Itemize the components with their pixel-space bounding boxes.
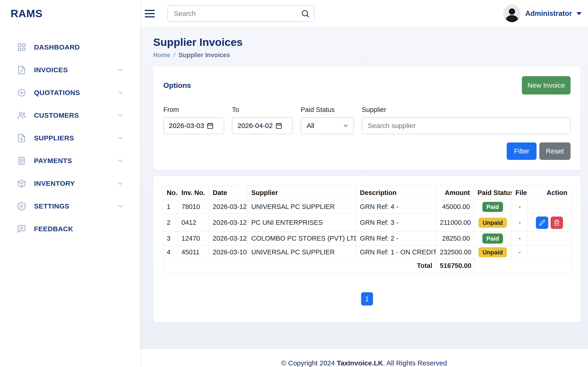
reset-button[interactable]: Reset xyxy=(539,142,571,160)
chevron-down-icon xyxy=(117,180,124,187)
column-header-file: File xyxy=(512,186,528,200)
sidebar-item-dashboard[interactable]: DASHBOARD xyxy=(0,36,140,58)
paid-status-value: All xyxy=(307,122,314,130)
table-row: 4450112026-03-10UNIVERSAL PC SUPPLIERGRN… xyxy=(163,245,571,259)
cell-date: 2026-03-12 xyxy=(209,200,248,214)
sidebar-item-feedback[interactable]: FEEDBACK xyxy=(0,217,140,240)
cell-no: 2 xyxy=(163,214,178,232)
grid-icon xyxy=(17,43,26,52)
from-date-field: From 2026-03-03 xyxy=(163,106,224,134)
page-1-button[interactable]: 1 xyxy=(361,292,373,306)
footer-copyright: © Copyright 2024 xyxy=(281,359,337,367)
user-name: Administrator xyxy=(525,9,572,18)
table-row: 1780102026-03-12UNIVERSAL PC SUPPLIERGRN… xyxy=(163,200,571,214)
sidebar-item-label: PAYMENTS xyxy=(34,157,117,165)
page-title: Supplier Invoices xyxy=(153,36,581,48)
cell-action xyxy=(528,200,571,214)
avatar xyxy=(503,5,521,22)
app-logo[interactable]: RAMS xyxy=(10,7,43,20)
hamburger-menu-icon[interactable] xyxy=(145,8,155,19)
calendar-icon[interactable] xyxy=(275,122,282,129)
total-empty-cell xyxy=(474,259,571,273)
cell-description: GRN Ref: 4 - xyxy=(356,200,436,214)
logo-area: RAMS xyxy=(0,0,140,27)
sidebar-item-invoices[interactable]: INVOICES xyxy=(0,58,140,81)
breadcrumb-separator: / xyxy=(174,52,175,59)
paid-status-select[interactable]: All xyxy=(301,117,354,134)
sidebar-item-customers[interactable]: CUSTOMERS xyxy=(0,104,140,127)
paid-status-field: Paid Status All xyxy=(301,106,354,134)
column-header-supplier: Supplier xyxy=(248,186,356,200)
chevron-down-icon xyxy=(117,157,124,165)
column-header-amount: Amount xyxy=(436,186,474,200)
user-menu[interactable]: Administrator xyxy=(503,5,582,22)
cell-supplier: UNIVERSAL PC SUPPLIER xyxy=(248,200,356,214)
cell-inv-no: 78010 xyxy=(178,200,209,214)
cell-description: GRN Ref: 3 - xyxy=(356,214,436,232)
paid-status-badge: Unpaid xyxy=(478,247,507,257)
chevron-down-icon xyxy=(117,112,124,119)
delete-button[interactable] xyxy=(551,217,563,229)
options-heading: Options xyxy=(163,81,191,90)
cell-paid-status: Paid xyxy=(474,232,512,245)
calendar-icon[interactable] xyxy=(207,122,214,129)
paid-status-badge: Paid xyxy=(482,234,503,244)
breadcrumb-current: Supplier Invoices xyxy=(179,52,230,59)
cell-no: 4 xyxy=(163,245,178,259)
total-label: Total xyxy=(163,259,436,273)
invoices-table: No.Inv. No.DateSupplierDescriptionAmount… xyxy=(163,186,571,273)
sidebar-item-payments[interactable]: PAYMENTS xyxy=(0,149,140,172)
chevron-down-icon xyxy=(117,66,124,74)
footer: © Copyright 2024 TaxInvoice.LK. All Righ… xyxy=(140,348,588,367)
from-label: From xyxy=(163,106,224,114)
cell-file: - xyxy=(512,245,528,259)
to-date-input[interactable]: 2026-04-02 xyxy=(232,117,293,134)
cell-date: 2026-03-10 xyxy=(209,245,248,259)
cell-file: - xyxy=(512,232,528,245)
paid-status-badge: Unpaid xyxy=(478,218,507,228)
sidebar-item-label: SUPPLIERS xyxy=(34,134,117,142)
file-download-icon xyxy=(17,133,26,143)
column-header-action: Action xyxy=(528,186,571,200)
search-input[interactable] xyxy=(167,5,314,22)
content-area: Supplier Invoices Home / Supplier Invoic… xyxy=(140,27,588,348)
cell-amount: 232500.00 xyxy=(436,245,474,259)
cell-supplier: PC UNI ENTERPRISES xyxy=(248,214,356,232)
cell-action xyxy=(528,232,571,245)
sidebar-item-suppliers[interactable]: SUPPLIERS xyxy=(0,127,140,149)
sidebar-item-quotations[interactable]: QUOTATIONS xyxy=(0,81,140,104)
cell-description: GRN Ref: 1 - ON CREDIT xyxy=(356,245,436,259)
cell-no: 1 xyxy=(163,200,178,214)
column-header-date: Date xyxy=(209,186,248,200)
cell-action xyxy=(528,214,571,232)
from-date-input[interactable]: 2026-03-03 xyxy=(163,117,224,134)
sidebar: RAMS DASHBOARDINVOICESQUOTATIONSCUSTOMER… xyxy=(0,0,140,367)
supplier-search-input[interactable] xyxy=(362,117,571,134)
plus-circle-icon xyxy=(17,88,26,97)
receipt-icon xyxy=(17,156,26,165)
paid-status-label: Paid Status xyxy=(301,106,354,114)
cell-description: GRN Ref: 2 - xyxy=(356,232,436,245)
paid-status-badge: Paid xyxy=(482,202,503,212)
sidebar-item-inventory[interactable]: INVENTORY xyxy=(0,172,140,195)
chat-icon xyxy=(17,224,26,234)
filter-button[interactable]: Filter xyxy=(507,142,536,160)
table-row: 3124702026-03-12COLOMBO PC STORES (PVT) … xyxy=(163,232,571,245)
edit-button[interactable] xyxy=(536,217,548,229)
users-icon xyxy=(17,111,26,120)
supplier-field: Supplier xyxy=(362,106,571,134)
total-row: Total516750.00 xyxy=(163,259,571,273)
cell-no: 3 xyxy=(163,232,178,245)
sidebar-nav: DASHBOARDINVOICESQUOTATIONSCUSTOMERSSUPP… xyxy=(0,27,140,240)
cell-file: - xyxy=(512,214,528,232)
search-icon[interactable] xyxy=(301,9,310,18)
cell-date: 2026-03-12 xyxy=(209,232,248,245)
sidebar-item-settings[interactable]: SETTINGS xyxy=(0,195,140,217)
breadcrumb-home[interactable]: Home xyxy=(153,52,170,59)
cell-supplier: UNIVERSAL PC SUPPLIER xyxy=(248,245,356,259)
cell-date: 2026-03-12 xyxy=(209,214,248,232)
sidebar-item-label: FEEDBACK xyxy=(34,225,124,233)
box-icon xyxy=(17,179,26,188)
new-invoice-button[interactable]: New Invoice xyxy=(522,76,571,94)
from-date-value: 2026-03-03 xyxy=(169,122,204,130)
